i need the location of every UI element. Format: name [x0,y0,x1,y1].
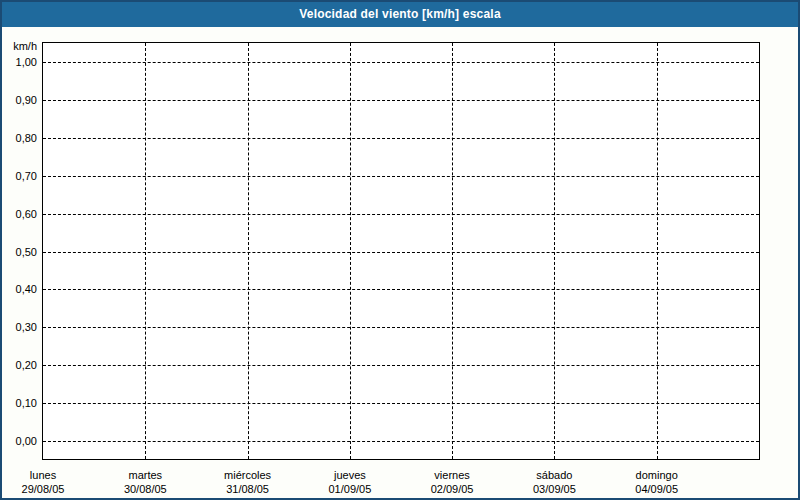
x-date-label: 01/09/05 [295,482,405,496]
v-gridline [452,43,453,459]
y-tick-label: 1,00 [2,54,37,70]
h-gridline [43,62,759,63]
h-gridline [43,214,759,215]
x-day-label: lunes [0,468,98,482]
h-gridline [43,327,759,328]
x-day-label: domingo [602,468,712,482]
h-gridline [43,441,759,442]
x-date-label: 04/09/05 [602,482,712,496]
h-gridline [43,252,759,253]
x-day-label: viernes [397,468,507,482]
x-date-label: 02/09/05 [397,482,507,496]
y-tick-label: 0,50 [2,244,37,260]
x-day-label: martes [90,468,200,482]
y-axis-unit-label: km/h [2,38,37,54]
x-date-label: 03/09/05 [499,482,609,496]
v-gridline [657,43,658,459]
v-gridline [145,43,146,459]
h-gridline [43,138,759,139]
h-gridline [43,176,759,177]
x-day-label: jueves [295,468,405,482]
y-tick-label: 0,60 [2,206,37,222]
h-gridline [43,365,759,366]
chart-title-bar: Velocidad del viento [km/h] escala [2,2,798,27]
v-gridline [248,43,249,459]
x-date-label: 30/08/05 [90,482,200,496]
v-gridline [554,43,555,459]
y-tick-label: 0,40 [2,281,37,297]
y-tick-label: 0,30 [2,319,37,335]
h-gridline [43,403,759,404]
x-day-label: sábado [499,468,609,482]
y-tick-label: 0,70 [2,168,37,184]
h-gridline [43,289,759,290]
y-tick-label: 0,20 [2,357,37,373]
chart-title: Velocidad del viento [km/h] escala [299,7,501,21]
y-tick-label: 0,00 [2,433,37,449]
y-tick-label: 0,10 [2,395,37,411]
plot-area [42,42,760,460]
v-gridline [350,43,351,459]
y-tick-label: 0,90 [2,92,37,108]
x-day-label: miércoles [193,468,303,482]
x-date-label: 31/08/05 [193,482,303,496]
h-gridline [43,100,759,101]
chart-window: Velocidad del viento [km/h] escala km/h … [0,0,800,500]
y-tick-label: 0,80 [2,130,37,146]
x-date-label: 29/08/05 [0,482,98,496]
